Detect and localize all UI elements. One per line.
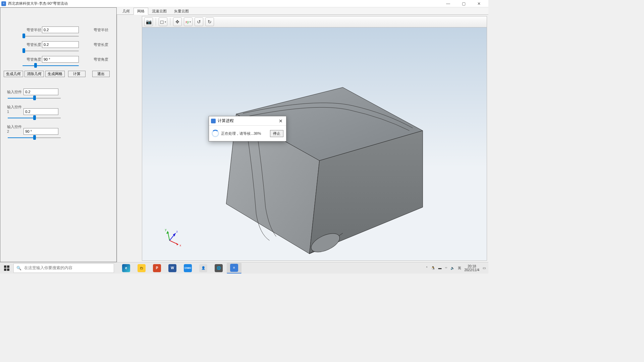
input-group-1: 输入控件1 — [2, 105, 114, 118]
taskbar-app-word[interactable]: W — [165, 263, 180, 274]
action-button-1[interactable]: 清除几何 — [24, 71, 44, 77]
svg-text:x: x — [179, 244, 181, 247]
svg-rect-16 — [7, 268, 9, 271]
right-area: 几何网格流速云图矢量云图 📷 ◻ ✥ xy ↺ ↻ — [117, 7, 488, 262]
input-slider-0[interactable] — [8, 97, 61, 99]
taskbar-app-cnki[interactable]: CNKI — [180, 263, 195, 274]
param-input-1[interactable] — [42, 41, 79, 48]
param-label-2: 弯管角度 — [22, 57, 41, 62]
svg-rect-15 — [4, 268, 6, 271]
dialog-close-button[interactable]: ✕ — [277, 118, 284, 124]
dialog-app-icon — [211, 119, 216, 123]
toolbar-3d: 📷 ◻ ✥ xy ↺ ↻ — [142, 16, 487, 27]
maximize-button[interactable]: ▢ — [459, 1, 468, 6]
dialog-titlebar: 计算进程 ✕ — [209, 116, 286, 126]
start-button[interactable] — [0, 262, 13, 274]
taskbar-app-current[interactable]: ≡ — [227, 263, 241, 274]
window-title: 西北农林科技大学-李杰-90°弯管流动 — [8, 1, 68, 6]
input-slider-2[interactable] — [8, 136, 61, 138]
param-row-0: 弯管半径 弯管半径 — [2, 26, 114, 33]
taskbar-app-avatar[interactable]: 👤 — [196, 263, 211, 274]
viewport: 📷 ◻ ✥ xy ↺ ↻ — [117, 15, 488, 262]
tray-clock[interactable]: 20:18 2022/11/4 — [465, 264, 480, 272]
action-button-3[interactable]: 计算 — [68, 71, 86, 77]
tab-0[interactable]: 几何 — [119, 8, 133, 14]
param-label-1: 弯管长度 — [22, 42, 41, 47]
tray-wifi-icon[interactable]: ⌔ — [445, 266, 447, 270]
param-right-label-2: 弯管角度 — [94, 57, 108, 62]
tray-ime[interactable]: 英 — [458, 266, 461, 270]
param-label-0: 弯管半径 — [22, 27, 41, 33]
tray-volume-icon[interactable]: 🔈 — [450, 266, 454, 270]
input-group-0: 输入控件 — [2, 88, 114, 99]
input-label-2: 输入控件2 — [7, 124, 22, 133]
svg-text:y: y — [165, 228, 167, 231]
param-slider-0[interactable] — [22, 35, 79, 37]
input-label-0: 输入控件 — [7, 89, 22, 95]
left-panel: 弯管半径 弯管半径弯管长度 弯管长度弯管角度 弯管角度 生成几何清除几何生成网格… — [0, 7, 117, 262]
svg-rect-14 — [7, 265, 9, 268]
taskbar-app-powerpoint[interactable]: P — [150, 263, 164, 274]
input-group-2: 输入控件2 — [2, 124, 114, 138]
input-label-1: 输入控件1 — [7, 105, 22, 114]
app-icon: ≡ — [1, 1, 6, 6]
taskbar-apps: e 🗀 P W CNKI 👤 🌐 ≡ — [119, 263, 241, 274]
svg-text:z: z — [176, 230, 178, 233]
param-right-label-0: 弯管半径 — [94, 27, 108, 33]
titlebar: ≡ 西北农林科技大学-李杰-90°弯管流动 — ▢ ✕ — [0, 0, 488, 7]
param-row-2: 弯管角度 弯管角度 — [2, 56, 114, 63]
taskbar-app-explorer[interactable]: 🗀 — [134, 263, 149, 274]
cube-view-icon[interactable]: ◻ — [159, 17, 167, 26]
tray-battery-icon[interactable]: ▬ — [438, 266, 442, 270]
progress-dialog: 计算进程 ✕ 正在处理，请等候...38% 停止 — [209, 116, 286, 141]
tab-1[interactable]: 网格 — [133, 8, 148, 15]
view-tabs: 几何网格流速云图矢量云图 — [117, 7, 488, 15]
rotate-cw-icon[interactable]: ↻ — [205, 17, 214, 26]
param-right-label-1: 弯管长度 — [94, 42, 108, 47]
fit-view-icon[interactable]: ✥ — [173, 17, 182, 26]
taskbar-search[interactable]: 🔍 在这里输入你要搜索的内容 — [13, 263, 114, 273]
input-field-2[interactable] — [23, 128, 58, 135]
param-input-2[interactable] — [42, 56, 79, 63]
search-icon: 🔍 — [16, 266, 21, 270]
minimize-button[interactable]: — — [443, 1, 453, 6]
tray-notifications-icon[interactable]: ▭ — [483, 266, 486, 270]
svg-marker-8 — [166, 231, 169, 234]
action-button-row: 生成几何清除几何生成网格计算退出 — [4, 71, 114, 77]
spinner-icon — [212, 130, 219, 137]
input-field-1[interactable] — [23, 108, 58, 115]
close-button[interactable]: ✕ — [474, 1, 484, 6]
system-tray: ˄ 🐧 ▬ ⌔ 🔈 英 20:18 2022/11/4 ▭ — [426, 264, 489, 272]
tab-3[interactable]: 矢量云图 — [170, 8, 193, 14]
tray-qq-icon[interactable]: 🐧 — [431, 266, 435, 270]
taskbar-app-browser[interactable]: 🌐 — [211, 263, 226, 274]
param-slider-1[interactable] — [22, 49, 79, 51]
taskbar-app-edge[interactable]: e — [119, 263, 133, 274]
input-slider-1[interactable] — [8, 116, 61, 118]
rotate-ccw-icon[interactable]: ↺ — [195, 17, 203, 26]
window-controls: — ▢ ✕ — [443, 1, 487, 6]
param-slider-2[interactable] — [22, 64, 79, 66]
action-button-4[interactable]: 退出 — [92, 71, 110, 77]
camera-icon[interactable]: 📷 — [144, 17, 153, 26]
param-row-1: 弯管长度 弯管长度 — [2, 41, 114, 48]
action-button-2[interactable]: 生成网格 — [45, 71, 65, 77]
tray-chevron-icon[interactable]: ˄ — [426, 266, 428, 270]
axes-icon[interactable]: xy — [184, 17, 193, 26]
param-input-0[interactable] — [42, 26, 79, 33]
action-button-0[interactable]: 生成几何 — [4, 71, 23, 77]
dialog-title: 计算进程 — [218, 118, 234, 124]
canvas-3d[interactable]: x y z — [142, 27, 487, 261]
taskbar: 🔍 在这里输入你要搜索的内容 e 🗀 P W CNKI 👤 🌐 ≡ ˄ 🐧 ▬ … — [0, 262, 488, 274]
search-placeholder: 在这里输入你要搜索的内容 — [24, 265, 72, 271]
input-field-0[interactable] — [23, 88, 58, 95]
stop-button[interactable]: 停止 — [270, 130, 283, 137]
svg-rect-13 — [4, 265, 6, 268]
dialog-message: 正在处理，请等候...38% — [221, 131, 261, 136]
tab-2[interactable]: 流速云图 — [148, 8, 170, 14]
